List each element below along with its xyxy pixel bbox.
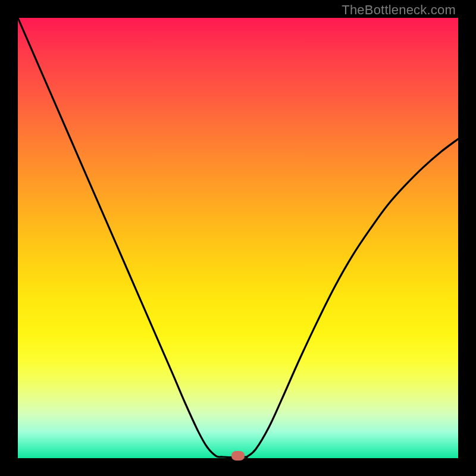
watermark-text: TheBottleneck.com	[342, 2, 456, 18]
minimum-marker	[231, 451, 245, 461]
chart-frame: TheBottleneck.com	[0, 0, 476, 476]
plot-area	[18, 18, 458, 458]
curve-path	[18, 18, 458, 458]
bottleneck-curve	[18, 18, 458, 458]
